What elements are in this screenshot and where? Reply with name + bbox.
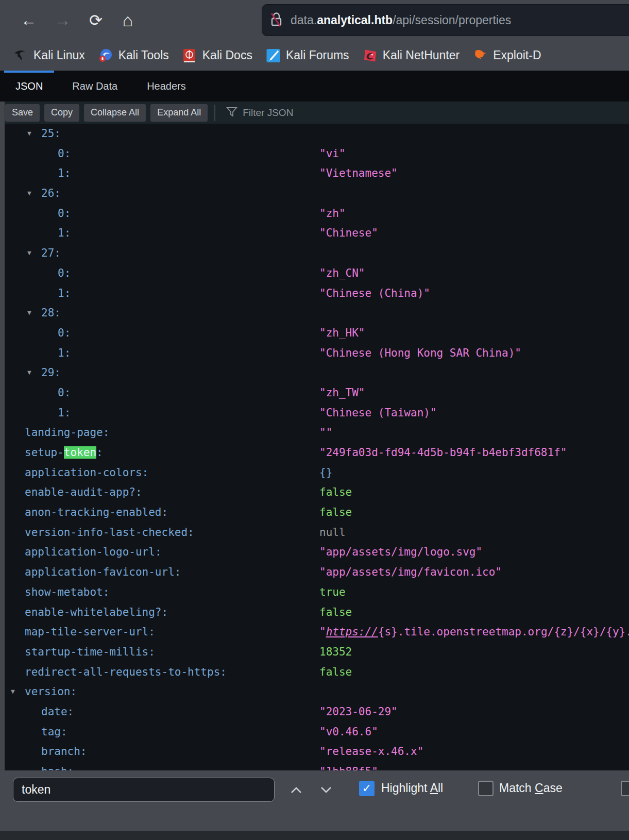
reload-button[interactable]: ⟳ xyxy=(87,12,105,28)
json-row: tag:"v0.46.6" xyxy=(0,722,629,742)
json-key: version: xyxy=(25,685,77,698)
exploit-db-icon xyxy=(473,48,487,62)
url-link[interactable]: https:// xyxy=(326,626,378,638)
json-key: 0: xyxy=(58,327,71,339)
json-key: tag: xyxy=(41,726,67,738)
bookmark-item[interactable]: Kali NetHunter xyxy=(363,48,460,62)
json-key: 27: xyxy=(41,247,61,259)
url-bar[interactable]: data.analytical.htb/api/session/properti… xyxy=(262,4,629,36)
insecure-lock-icon[interactable] xyxy=(270,11,283,29)
json-value: "zh" xyxy=(319,204,346,224)
json-row: anon-tracking-enabled:false xyxy=(0,502,629,523)
jsonviewer-toolbar: SaveCopyCollapse AllExpand All xyxy=(0,102,629,124)
json-row: enable-audit-app?:false xyxy=(0,482,629,502)
find-next-button[interactable] xyxy=(317,784,335,796)
json-key: enable-audit-app?: xyxy=(25,486,142,498)
bookmark-item[interactable]: Kali Tools xyxy=(99,48,169,62)
json-row: landing-page:"" xyxy=(0,423,629,443)
collapse-arrow-icon[interactable]: ▼ xyxy=(27,124,31,144)
left-gutter xyxy=(0,102,5,770)
collapse-arrow-icon[interactable]: ▼ xyxy=(27,183,31,204)
json-value: null xyxy=(319,523,346,543)
bookmark-item[interactable]: Kali Forums xyxy=(266,48,349,62)
json-key: hash: xyxy=(41,765,74,770)
tab-raw-data[interactable]: Raw Data xyxy=(61,71,129,102)
collapse-arrow-icon[interactable]: ▼ xyxy=(27,243,31,263)
browser-navbar: ← → ⟳ ⌂ data.analytical.htb/api/session/… xyxy=(0,0,629,40)
filter-json-input[interactable] xyxy=(243,107,397,119)
expand-all-button[interactable]: Expand All xyxy=(150,104,208,122)
json-value: "Chinese (China)" xyxy=(319,283,430,304)
json-value: "vi" xyxy=(319,144,346,164)
json-value: true xyxy=(319,582,346,602)
json-value: false xyxy=(319,662,352,682)
json-key: application-colors: xyxy=(25,466,148,479)
json-row: redirect-all-requests-to-https:false xyxy=(0,662,629,682)
json-row: enable-whitelabeling?:false xyxy=(0,602,629,623)
json-key: 1: xyxy=(58,227,71,239)
json-row: map-tile-server-url:"https://{s}.tile.op… xyxy=(0,622,629,642)
bookmark-item[interactable]: Exploit-D xyxy=(473,48,541,62)
json-row: ▼29: xyxy=(0,363,629,383)
kali-linux-icon xyxy=(14,48,28,62)
forward-button[interactable]: → xyxy=(54,12,72,28)
json-key: show-metabot: xyxy=(25,586,109,598)
json-key: 25: xyxy=(41,127,61,140)
json-key: branch: xyxy=(41,745,87,758)
match-case-label[interactable]: Match Case xyxy=(499,781,563,795)
json-value: false xyxy=(319,502,352,523)
funnel-icon xyxy=(226,106,237,120)
home-button[interactable]: ⌂ xyxy=(118,11,137,29)
highlight-all-label[interactable]: Highlight All xyxy=(381,781,443,795)
tab-headers[interactable]: Headers xyxy=(135,71,197,102)
copy-button[interactable]: Copy xyxy=(44,104,79,122)
json-value: "release-x.46.x" xyxy=(319,742,423,762)
highlight-all-checkbox[interactable]: ✓ xyxy=(359,781,375,796)
collapse-arrow-icon[interactable]: ▼ xyxy=(27,303,31,323)
json-value: "249fa03d-fd94-4d5b-b94f-b4ebf3df681f" xyxy=(319,443,567,463)
find-input[interactable] xyxy=(13,778,275,802)
match-case-checkbox[interactable] xyxy=(478,781,494,796)
json-row: version-info-last-checked:null xyxy=(0,523,629,543)
json-row: ▼27: xyxy=(0,243,629,263)
json-row: application-favicon-url:"app/assets/img/… xyxy=(0,562,629,582)
json-key: 0: xyxy=(58,207,71,220)
json-value: "" xyxy=(319,423,332,443)
json-key: 28: xyxy=(41,307,61,319)
json-key: 0: xyxy=(58,387,71,399)
url-text[interactable]: data.analytical.htb/api/session/properti… xyxy=(291,13,511,27)
bookmark-label: Kali Linux xyxy=(33,48,85,62)
match-diacritics-checkbox[interactable] xyxy=(621,781,629,796)
json-row: startup-time-millis:18352 xyxy=(0,642,629,662)
json-row: 0:"zh_HK" xyxy=(0,323,629,343)
find-bar: ✓ Highlight All Match Case xyxy=(0,770,629,831)
url-host: analytical.htb xyxy=(317,13,393,27)
bookmark-item[interactable]: Kali Docs xyxy=(183,48,252,62)
json-value: false xyxy=(319,602,352,623)
collapse-arrow-icon[interactable]: ▼ xyxy=(27,363,31,383)
json-value: "zh_HK" xyxy=(319,323,365,343)
save-button[interactable]: Save xyxy=(5,104,40,122)
json-value: "zh_CN" xyxy=(319,263,365,283)
url-path: /api/session/properties xyxy=(393,13,511,27)
json-value: "v0.46.6" xyxy=(319,722,378,742)
json-row: branch:"release-x.46.x" xyxy=(0,742,629,762)
collapse-arrow-icon[interactable]: ▼ xyxy=(11,682,15,702)
json-row: application-colors:{} xyxy=(0,463,629,483)
json-key: setup-token: xyxy=(25,446,103,459)
back-button[interactable]: ← xyxy=(20,12,38,28)
tab-json[interactable]: JSON xyxy=(4,71,54,102)
json-key: enable-whitelabeling?: xyxy=(25,606,168,618)
collapse-all-button[interactable]: Collapse All xyxy=(84,104,146,122)
json-value: "2023-06-29" xyxy=(319,702,398,722)
find-previous-button[interactable] xyxy=(287,784,305,796)
json-value: "zh_TW" xyxy=(319,383,365,403)
json-value[interactable]: "https://{s}.tile.openstreetmap.org/{z}/… xyxy=(319,622,629,642)
bookmark-item[interactable]: Kali Linux xyxy=(14,48,85,62)
json-value: "app/assets/img/logo.svg" xyxy=(319,542,482,562)
bookmarks-toolbar: Kali LinuxKali ToolsKali DocsKali Forums… xyxy=(0,40,629,71)
toolbar-separator xyxy=(214,105,215,121)
bookmark-label: Kali Docs xyxy=(202,48,252,62)
json-row: show-metabot:true xyxy=(0,582,629,602)
json-key: application-favicon-url: xyxy=(25,566,181,578)
